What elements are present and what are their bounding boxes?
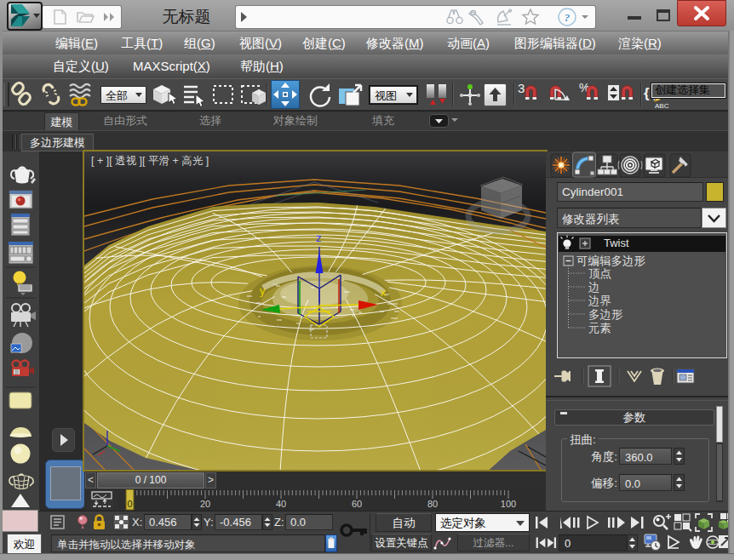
- svg-text:z: z: [316, 231, 322, 244]
- svg-text:80: 80: [427, 499, 438, 509]
- svg-text:60: 60: [352, 499, 362, 509]
- svg-text:40: 40: [276, 499, 286, 509]
- svg-text:ABC: ABC: [655, 102, 669, 110]
- svg-text:?: ?: [565, 11, 571, 24]
- svg-text:3: 3: [518, 81, 525, 95]
- svg-text:100: 100: [501, 499, 516, 509]
- svg-text:y: y: [260, 284, 266, 297]
- svg-text:0: 0: [127, 499, 132, 509]
- svg-text:x: x: [381, 286, 387, 299]
- svg-text:20: 20: [200, 499, 210, 509]
- svg-text:[ + ][ 透视 ][ 平滑 + 高光 ]: [ + ][ 透视 ][ 平滑 + 高光 ]: [91, 155, 209, 167]
